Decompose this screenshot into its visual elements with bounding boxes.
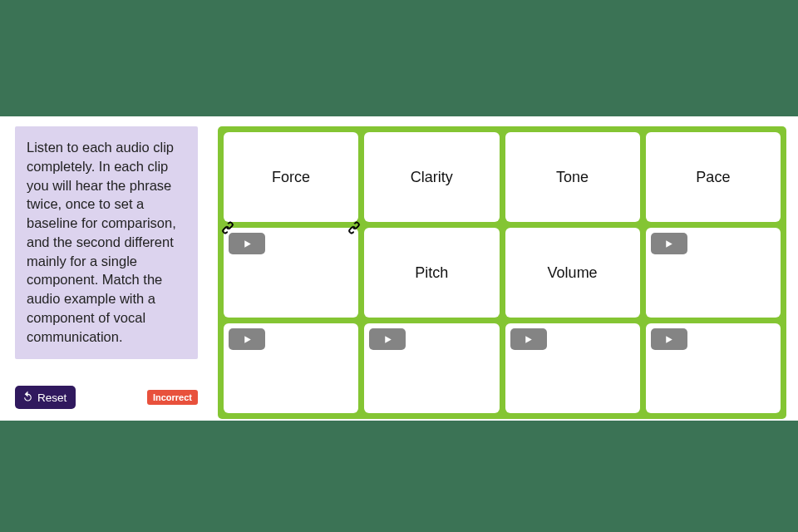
audio-card[interactable] (505, 323, 640, 413)
label-card-volume[interactable]: Volume (505, 228, 640, 318)
label-card-text: Volume (548, 264, 598, 282)
play-icon (663, 334, 674, 345)
reset-icon (22, 391, 33, 404)
footer-band (0, 421, 798, 532)
status-badge: Incorrect (147, 390, 198, 405)
header-band (0, 0, 798, 116)
label-card-force[interactable]: Force (224, 132, 358, 222)
play-icon (663, 239, 674, 249)
play-button[interactable] (510, 328, 547, 350)
link-icon (347, 221, 361, 234)
label-card-pitch[interactable]: Pitch (364, 228, 499, 318)
instructions-box: Listen to each audio clip completely. In… (15, 126, 198, 359)
play-button[interactable] (229, 233, 265, 254)
link-icon (221, 221, 234, 234)
left-controls-row: Reset Incorrect (15, 386, 198, 409)
instructions-text: Listen to each audio clip completely. In… (27, 140, 176, 344)
play-button[interactable] (369, 328, 406, 350)
reset-button-label: Reset (37, 392, 66, 404)
label-card-text: Clarity (411, 169, 453, 186)
status-badge-label: Incorrect (153, 392, 192, 402)
audio-card[interactable] (364, 323, 499, 413)
play-button[interactable] (651, 233, 687, 254)
play-icon (382, 334, 393, 345)
match-grid: Force Clarity Tone Pace (218, 126, 786, 419)
reset-button[interactable]: Reset (15, 386, 76, 409)
label-card-pace[interactable]: Pace (646, 132, 781, 222)
play-icon (242, 334, 253, 345)
label-card-text: Force (272, 169, 310, 186)
match-grid-inner: Force Clarity Tone Pace (224, 132, 781, 413)
label-card-text: Pitch (415, 264, 448, 282)
left-column: Listen to each audio clip completely. In… (15, 126, 198, 359)
audio-card[interactable] (646, 228, 781, 318)
play-button[interactable] (651, 328, 687, 350)
label-card-text: Tone (556, 169, 589, 186)
label-card-tone[interactable]: Tone (505, 132, 640, 222)
label-card-clarity[interactable]: Clarity (364, 132, 499, 222)
activity-area: Listen to each audio clip completely. In… (15, 126, 786, 419)
label-card-text: Pace (696, 169, 730, 186)
play-icon (523, 334, 534, 345)
play-icon (242, 239, 253, 249)
audio-card[interactable] (646, 323, 781, 413)
audio-card[interactable] (224, 323, 358, 413)
play-button[interactable] (229, 328, 265, 350)
audio-card[interactable] (224, 228, 358, 318)
